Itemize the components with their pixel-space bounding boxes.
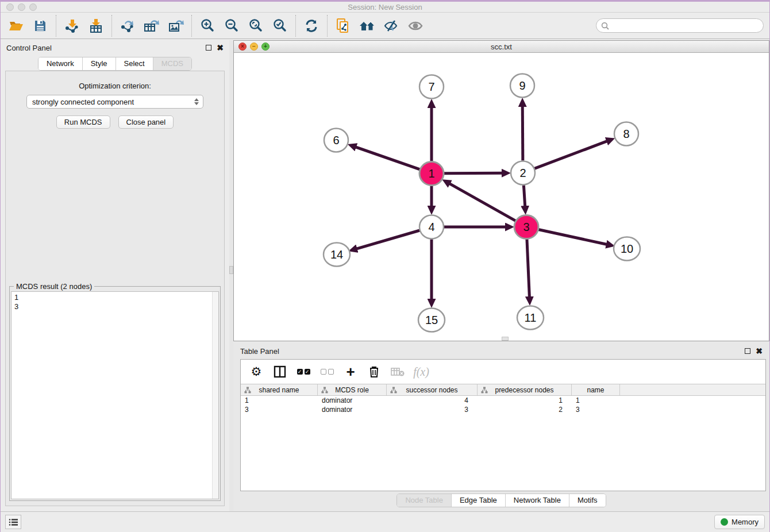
hide-panel-button[interactable]	[383, 17, 400, 35]
criterion-dropdown-value: strongly connected component	[32, 98, 134, 106]
splitter-handle[interactable]	[229, 266, 233, 274]
graph-node-15[interactable]: 15	[418, 309, 445, 332]
graph-node-4[interactable]: 4	[419, 215, 444, 239]
table-cell[interactable]: 3	[387, 406, 478, 414]
deselect-all-button[interactable]	[319, 364, 334, 379]
tab-edge-table[interactable]: Edge Table	[451, 494, 505, 507]
table-toolbar: ⚙ ✓✓ +	[241, 360, 765, 384]
graph-node-1[interactable]: 1	[419, 162, 444, 186]
column-header-name[interactable]: name	[572, 384, 620, 395]
export-image-button[interactable]	[167, 17, 184, 35]
canvas-scroll-handle[interactable]	[502, 337, 509, 341]
import-table-button[interactable]	[87, 17, 105, 35]
frame-maximize-button[interactable]: +	[261, 43, 270, 51]
memory-button[interactable]: Memory	[714, 515, 765, 529]
tab-mcds[interactable]: MCDS	[153, 57, 191, 70]
tab-select[interactable]: Select	[116, 57, 153, 70]
panel-splitter[interactable]	[229, 40, 233, 511]
graph-node-6[interactable]: 6	[324, 129, 348, 152]
table-cell[interactable]: 2	[478, 406, 572, 414]
table-panel-close-icon[interactable]: ✖	[756, 348, 763, 354]
graph-edge-1-2[interactable]	[444, 173, 502, 174]
open-session-button[interactable]	[7, 17, 25, 35]
frame-minimize-button[interactable]: −	[250, 43, 258, 51]
tab-node-table[interactable]: Node Table	[397, 494, 451, 507]
export-table-button[interactable]	[143, 17, 160, 35]
zoom-out-button[interactable]	[223, 17, 240, 35]
delete-column-button[interactable]	[367, 364, 382, 379]
graph-node-7[interactable]: 7	[419, 75, 444, 99]
graph-edge-3-1[interactable]	[450, 184, 515, 221]
table-cell[interactable]: 1	[572, 396, 620, 404]
tab-network-table[interactable]: Network Table	[505, 494, 569, 507]
control-panel-float-icon[interactable]	[206, 45, 211, 51]
column-header-successor-nodes[interactable]: successor nodes	[387, 384, 478, 395]
table-cell[interactable]: 1	[478, 396, 572, 404]
graph-edge-4-14[interactable]	[357, 230, 419, 249]
table-cell[interactable]: dominator	[318, 406, 387, 414]
frame-close-button[interactable]: ×	[238, 43, 247, 51]
select-all-button[interactable]: ✓✓	[296, 364, 311, 379]
run-mcds-button[interactable]: Run MCDS	[56, 115, 110, 129]
tab-style[interactable]: Style	[82, 57, 116, 70]
table-cell[interactable]: 3	[241, 406, 318, 414]
add-column-button[interactable]: +	[343, 364, 358, 379]
close-panel-button[interactable]: Close panel	[118, 115, 174, 129]
graph-edge-1-6[interactable]	[356, 147, 419, 169]
search-box[interactable]	[596, 18, 764, 33]
clone-network-button[interactable]	[334, 17, 352, 35]
graph-edge-3-10[interactable]	[538, 230, 606, 245]
graph-node-3[interactable]: 3	[514, 215, 538, 239]
graph-edge-2-8[interactable]	[534, 141, 607, 169]
table-cell[interactable]: 3	[572, 406, 620, 414]
graph-edge-2-3[interactable]	[523, 185, 525, 206]
zoom-selected-button[interactable]	[271, 17, 288, 35]
trash-icon	[368, 365, 380, 378]
apply-layout-button[interactable]	[303, 17, 320, 35]
column-header-MCDS-role[interactable]: MCDS role	[318, 384, 387, 395]
table-cell[interactable]: 4	[387, 396, 478, 404]
gear-icon: ⚙	[251, 365, 262, 379]
table-row[interactable]: 1dominator411	[241, 396, 765, 405]
save-session-button[interactable]	[32, 17, 49, 35]
control-panel-close-icon[interactable]: ✖	[217, 45, 224, 51]
graph-node-label: 6	[333, 134, 339, 147]
graph-node-10[interactable]: 10	[614, 237, 640, 261]
graph-edge-3-11[interactable]	[527, 239, 529, 296]
tab-motifs[interactable]: Motifs	[569, 494, 606, 507]
function-builder-button[interactable]: f(x)	[414, 364, 429, 379]
table-cell[interactable]: dominator	[318, 396, 387, 404]
mcds-result-box[interactable]: 13	[11, 291, 219, 499]
export-network-button[interactable]	[119, 17, 136, 35]
table-settings-button[interactable]: ⚙	[249, 364, 264, 379]
column-header-predecessor-nodes[interactable]: predecessor nodes	[478, 384, 572, 395]
mcds-result-group: MCDS result (2 nodes) 13	[9, 286, 221, 501]
search-input[interactable]	[611, 20, 759, 32]
graph-node-label: 7	[428, 80, 434, 93]
graph-edge-2-9[interactable]	[522, 106, 523, 160]
delete-table-button[interactable]	[390, 364, 405, 379]
table-row[interactable]: 3dominator323	[241, 405, 765, 414]
graph-node-11[interactable]: 11	[517, 306, 544, 330]
import-network-button[interactable]	[63, 17, 80, 35]
zoom-in-button[interactable]	[199, 17, 216, 35]
table-cell[interactable]: 1	[241, 396, 318, 404]
graph-node-label: 8	[623, 128, 629, 140]
show-panel-button[interactable]	[407, 17, 424, 35]
table-header-row: shared nameMCDS rolesuccessor nodesprede…	[241, 384, 765, 396]
table-panel-float-icon[interactable]	[745, 348, 750, 354]
task-history-button[interactable]	[5, 515, 21, 529]
graph-node-9[interactable]: 9	[510, 74, 534, 98]
tab-network[interactable]: Network	[38, 57, 82, 70]
result-scrollbar[interactable]	[212, 292, 218, 499]
criterion-dropdown[interactable]: strongly connected component	[26, 95, 203, 109]
zoom-fit-button[interactable]	[247, 17, 264, 35]
show-all-networks-button[interactable]	[359, 17, 376, 35]
column-header-shared-name[interactable]: shared name	[241, 384, 318, 395]
show-columns-button[interactable]	[272, 364, 287, 379]
network-canvas[interactable]: 7968124314101511	[234, 53, 769, 341]
graph-node-8[interactable]: 8	[614, 122, 638, 146]
graph-node-14[interactable]: 14	[324, 243, 350, 267]
graph-node-2[interactable]: 2	[511, 161, 535, 185]
memory-status-icon	[721, 518, 728, 526]
